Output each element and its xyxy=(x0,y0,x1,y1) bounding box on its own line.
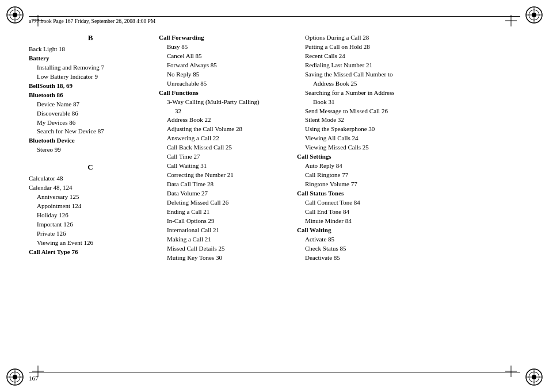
main-content: B Back Light 18 Battery Installing and R… xyxy=(29,33,520,363)
entry-call-ringtone: Call Ringtone 77 xyxy=(297,171,520,180)
entry-call-status-tones: Call Status Tones xyxy=(297,189,520,198)
entry-3way-page: 32 xyxy=(159,107,290,116)
entry-holiday: Holiday 126 xyxy=(29,211,152,220)
cross-mark-br xyxy=(505,366,517,377)
entry-call-settings: Call Settings xyxy=(297,152,520,162)
entry-calculator: Calculator 48 xyxy=(29,174,152,183)
entry-call-waiting-fn: Call Waiting 31 xyxy=(159,162,290,171)
entry-ending-call: Ending a Call 21 xyxy=(159,207,290,217)
entry-correcting-number: Correcting the Number 21 xyxy=(159,171,290,180)
footer-bar xyxy=(29,372,520,372)
entry-my-devices: My Devices 86 xyxy=(29,118,152,128)
entry-send-message-missed: Send Message to Missed Call 26 xyxy=(297,107,520,116)
header-text: a777.book Page 167 Friday, September 26,… xyxy=(29,18,155,24)
entry-putting-on-hold: Putting a Call on Hold 28 xyxy=(297,43,520,52)
entry-making-call: Making a Call 21 xyxy=(159,235,290,244)
column-2: Call Forwarding Busy 85 Cancel All 85 Fo… xyxy=(155,33,293,363)
entry-viewing-all-calls: Viewing All Calls 24 xyxy=(297,134,520,143)
entry-deactivate: Deactivate 85 xyxy=(297,253,520,263)
entry-discoverable: Discoverable 86 xyxy=(29,109,152,118)
entry-incall-options: In-Call Options 29 xyxy=(159,217,290,226)
entry-backlight: Back Light 18 xyxy=(29,45,152,54)
page-number: 167 xyxy=(29,375,39,382)
entry-device-name: Device Name 87 xyxy=(29,100,152,109)
entry-deleting-missed: Deleting Missed Call 26 xyxy=(159,198,290,207)
entry-address-book: Address Book 22 xyxy=(159,116,290,125)
entry-private: Private 126 xyxy=(29,229,152,239)
corner-decoration-br xyxy=(524,367,544,387)
entry-data-call-time: Data Call Time 28 xyxy=(159,180,290,189)
column-1: B Back Light 18 Battery Installing and R… xyxy=(29,33,155,363)
entry-no-reply: No Reply 85 xyxy=(159,70,290,79)
entry-auto-reply: Auto Reply 84 xyxy=(297,162,520,171)
entry-call-time: Call Time 27 xyxy=(159,152,290,162)
corner-decoration-tl xyxy=(5,5,25,25)
entry-bluetooth-device: Bluetooth Device xyxy=(29,136,152,145)
entry-adjusting-volume: Adjusting the Call Volume 28 xyxy=(159,125,290,134)
entry-forward-always: Forward Always 85 xyxy=(159,61,290,70)
entry-muting-key-tones: Muting Key Tones 30 xyxy=(159,253,290,263)
entry-missed-call-details: Missed Call Details 25 xyxy=(159,244,290,253)
corner-decoration-tr xyxy=(524,5,544,25)
entry-answering-call: Answering a Call 22 xyxy=(159,134,290,143)
column-3: Options During a Call 28 Putting a Call … xyxy=(293,33,520,363)
entry-call-connect-tone: Call Connect Tone 84 xyxy=(297,198,520,207)
section-c-letter: C xyxy=(29,163,152,172)
entry-battery: Battery xyxy=(29,54,152,63)
entry-ringtone-volume: Ringtone Volume 77 xyxy=(297,180,520,189)
entry-appointment: Appointment 124 xyxy=(29,202,152,211)
entry-viewing-missed-calls: Viewing Missed Calls 25 xyxy=(297,143,520,152)
entry-recent-calls: Recent Calls 24 xyxy=(297,52,520,61)
entry-silent-mode: Silent Mode 32 xyxy=(297,116,520,125)
entry-bellsouth: BellSouth 18, 69 xyxy=(29,82,152,91)
entry-installing: Installing and Removing 7 xyxy=(29,63,152,72)
entry-searching-number-line2: Book 31 xyxy=(297,98,520,107)
entry-call-waiting: Call Waiting xyxy=(297,226,520,235)
entry-options-during-call: Options During a Call 28 xyxy=(297,33,520,43)
entry-bluetooth: Bluetooth 86 xyxy=(29,91,152,100)
page: a777.book Page 167 Friday, September 26,… xyxy=(0,0,549,392)
entry-check-status: Check Status 85 xyxy=(297,244,520,253)
entry-busy: Busy 85 xyxy=(159,43,290,52)
entry-call-end-tone: Call End Tone 84 xyxy=(297,207,520,217)
entry-saving-missed-line2: Address Book 25 xyxy=(297,79,520,89)
entry-speakerphone: Using the Speakerphone 30 xyxy=(297,125,520,134)
entry-searching-number-line1: Searching for a Number in Address xyxy=(297,89,520,98)
entry-3way-calling: 3-Way Calling (Multi-Party Calling) xyxy=(159,98,290,107)
entry-activate: Activate 85 xyxy=(297,235,520,244)
entry-redialing: Redialing Last Number 21 xyxy=(297,61,520,70)
entry-important: Important 126 xyxy=(29,220,152,229)
section-b-letter: B xyxy=(29,33,152,43)
entry-minute-minder: Minute Minder 84 xyxy=(297,217,520,226)
entry-stereo: Stereo 99 xyxy=(29,145,152,155)
entry-anniversary: Anniversary 125 xyxy=(29,193,152,202)
entry-unreachable: Unreachable 85 xyxy=(159,79,290,89)
entry-data-volume: Data Volume 27 xyxy=(159,189,290,198)
entry-call-functions: Call Functions xyxy=(159,89,290,98)
header-bar: a777.book Page 167 Friday, September 26,… xyxy=(29,16,520,24)
corner-decoration-bl xyxy=(5,367,25,387)
entry-search-new-device: Search for New Device 87 xyxy=(29,127,152,136)
entry-low-battery: Low Battery Indicator 9 xyxy=(29,72,152,82)
entry-call-alert-type: Call Alert Type 76 xyxy=(29,248,152,257)
entry-call-back-missed: Call Back Missed Call 25 xyxy=(159,143,290,152)
entry-saving-missed-line1: Saving the Missed Call Number to xyxy=(297,70,520,79)
entry-international-call: International Call 21 xyxy=(159,226,290,235)
entry-cancel-all: Cancel All 85 xyxy=(159,52,290,61)
entry-calendar: Calendar 48, 124 xyxy=(29,183,152,193)
entry-call-forwarding: Call Forwarding xyxy=(159,33,290,43)
entry-viewing-event: Viewing an Event 126 xyxy=(29,239,152,248)
